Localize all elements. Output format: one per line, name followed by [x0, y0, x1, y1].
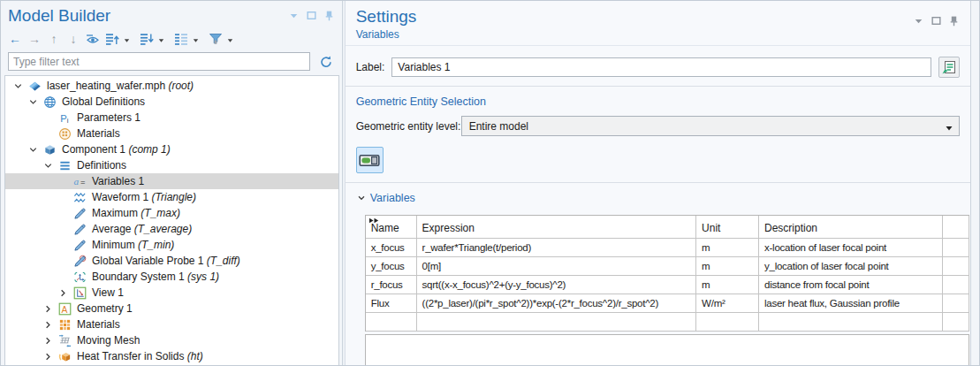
tree-item-view-1[interactable]: View 1 [5, 285, 338, 301]
collapse-expand-up-icon-caret[interactable] [123, 33, 132, 44]
cell-name-r2[interactable]: y_focus [366, 257, 417, 276]
probe-icon [73, 223, 87, 236]
definitions-icon [58, 159, 72, 172]
move-up-icon[interactable]: ↑ [46, 31, 62, 47]
cell-expression-r2[interactable]: 0[m] [417, 257, 697, 276]
tree-expander-icon[interactable] [42, 159, 58, 172]
cell-unit-r4[interactable]: W/m² [696, 294, 759, 313]
cell-name-r3[interactable]: r_focus [366, 276, 417, 294]
tree-expander-icon[interactable] [27, 95, 43, 108]
cell-expression-r3[interactable]: sqrt((x-x_focus)^2+(y-y_focus)^2) [417, 276, 697, 294]
tree-item-materials[interactable]: Materials [5, 126, 338, 141]
cell-name-r1[interactable]: x_focus [366, 239, 417, 257]
tree-item-minimum[interactable]: Minimum (T_min) [5, 237, 338, 253]
cell-description-r1[interactable]: x-location of laser focal point [759, 239, 943, 257]
tree-item-laser-heating-wafer-mph[interactable]: laser_heating_wafer.mph (root) [5, 78, 338, 94]
refresh-icon[interactable] [317, 53, 335, 71]
cell-name-r4[interactable]: Flux [366, 294, 417, 313]
filter-icon-caret[interactable] [226, 33, 235, 44]
tree-expander-icon[interactable] [42, 302, 58, 315]
collapse-expand-up-icon[interactable] [104, 31, 120, 47]
cell-expression-r4[interactable]: ((2*p_laser)/(pi*r_spot^2))*exp(-(2*r_fo… [417, 294, 697, 313]
cell-extra-r1[interactable] [943, 239, 969, 257]
tree-item-label: Waveform 1 (Triangle) [92, 191, 196, 203]
cell-extra-r3[interactable] [943, 276, 969, 294]
tree-item-component-1[interactable]: Component 1 (comp 1) [5, 141, 338, 157]
cell-empty[interactable] [417, 313, 697, 332]
move-columns-icon[interactable] [368, 217, 380, 224]
move-down-icon[interactable]: ↓ [65, 31, 81, 47]
cell-empty[interactable] [943, 313, 969, 332]
tree-item-definitions[interactable]: Definitions [5, 157, 338, 173]
pin-panel-icon[interactable] [323, 10, 335, 21]
tree-item-parameters-1[interactable]: PiParameters 1 [5, 110, 338, 126]
go-back-icon[interactable]: ← [7, 31, 23, 47]
rename-icon[interactable] [938, 57, 960, 78]
show-icon[interactable] [85, 31, 101, 47]
float-panel-icon[interactable] [931, 15, 942, 27]
model-builder-toolbar: ←→↑↓ [1, 27, 342, 50]
collapse-panel-icon[interactable] [288, 10, 300, 21]
cell-description-r2[interactable]: y_location of laser focal point [759, 257, 943, 276]
label-input[interactable] [391, 57, 931, 77]
model-tree-node-text-icon-caret[interactable] [192, 33, 201, 44]
cell-unit-r1[interactable]: m [696, 239, 759, 257]
tree-item-heat-transfer-in-solids[interactable]: Heat Transfer in Solids (ht) [5, 348, 338, 364]
tree-expander-icon[interactable] [27, 143, 43, 156]
cell-description-r4[interactable]: laser heat flux, Gaussian profile [759, 294, 943, 313]
tree-item-materials[interactable]: Materials [5, 316, 338, 332]
label-row: Label: [346, 46, 970, 87]
collapse-section-icon[interactable] [356, 193, 367, 203]
cell-empty[interactable] [696, 313, 759, 332]
tree-item-label: Average (T_average) [92, 223, 192, 235]
filter-input[interactable] [8, 52, 310, 71]
tree-item-global-variable-probe-1[interactable]: Global Variable Probe 1 (T_diff) [5, 253, 338, 269]
tree-expander-icon[interactable] [57, 286, 73, 299]
collapse-expand-down-icon-caret[interactable] [157, 33, 166, 44]
cell-extra-r4[interactable] [943, 294, 969, 313]
materials-global-icon [58, 127, 72, 141]
cell-unit-r3[interactable]: m [696, 276, 759, 294]
tree-item-boundary-system-1[interactable]: Boundary System 1 (sys 1) [5, 269, 338, 285]
tree-item-average[interactable]: Average (T_average) [5, 221, 338, 237]
tree-item-maximum[interactable]: Maximum (T_max) [5, 205, 338, 221]
go-forward-icon[interactable]: → [27, 31, 42, 47]
materials-icon [58, 318, 72, 332]
tree-item-global-definitions[interactable]: Global Definitions [5, 94, 338, 110]
variables-section-title[interactable]: Variables [356, 191, 960, 205]
chev-spacer [57, 223, 73, 235]
tree-expander-icon[interactable] [42, 334, 58, 347]
float-panel-icon[interactable] [306, 10, 317, 21]
cell-empty[interactable] [366, 313, 417, 332]
filter-row [1, 50, 342, 75]
active-toggle-button[interactable] [356, 147, 384, 173]
cell-expression-r1[interactable]: r_wafer*Triangle(t/period) [417, 239, 697, 257]
tree-item-variables-1[interactable]: a=Variables 1 [5, 173, 338, 189]
tree-expander-icon[interactable] [42, 350, 58, 362]
tree-item-waveform-1[interactable]: Waveform 1 (Triangle) [5, 189, 338, 205]
table-row-r-focus: r_focussqrt((x-x_focus)^2+(y-y_focus)^2)… [366, 276, 969, 294]
tree-item-geometry-1[interactable]: AGeometry 1 [5, 301, 338, 316]
variables-section: Variables NameExpressionUnitDescriptionx… [346, 183, 970, 365]
heat-transfer-icon [58, 350, 72, 363]
cell-extra-r2[interactable] [943, 257, 969, 276]
cell-unit-r2[interactable]: m [696, 257, 759, 276]
tree-item-label: Definitions [77, 159, 126, 172]
cell-description-r3[interactable]: distance from focal point [759, 276, 943, 294]
model-builder-panel: Model Builder ←→↑↓ laser_heating_wafer.m… [1, 1, 342, 365]
cell-empty[interactable] [759, 313, 943, 332]
comsol-window: Model Builder ←→↑↓ laser_heating_wafer.m… [0, 0, 980, 366]
parameters-icon: Pi [58, 111, 72, 125]
moving-mesh-icon [58, 334, 72, 347]
tree-item-label: Minimum (T_min) [92, 239, 174, 251]
collapse-panel-icon[interactable] [913, 15, 924, 27]
pin-panel-icon[interactable] [948, 15, 960, 27]
geometric-entity-level-select[interactable]: Entire model [461, 116, 960, 136]
filter-icon[interactable] [208, 31, 224, 47]
collapse-expand-down-icon[interactable] [139, 31, 155, 47]
tree-expander-icon[interactable] [12, 80, 28, 92]
tree-expander-icon[interactable] [42, 318, 58, 331]
model-tree-node-text-icon[interactable] [173, 31, 189, 47]
tree-item-moving-mesh[interactable]: Moving Mesh [5, 332, 338, 348]
probe-icon [73, 207, 87, 220]
